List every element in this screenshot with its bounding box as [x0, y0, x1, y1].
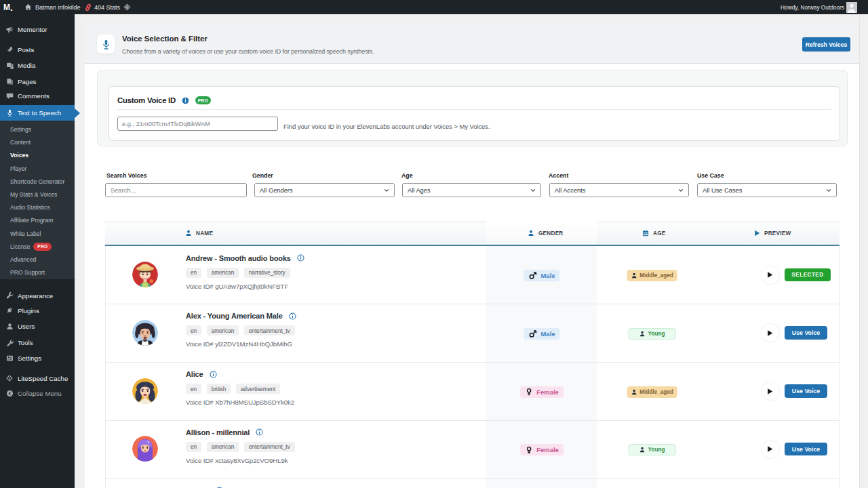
svg-text:0: 0: [11, 27, 13, 30]
